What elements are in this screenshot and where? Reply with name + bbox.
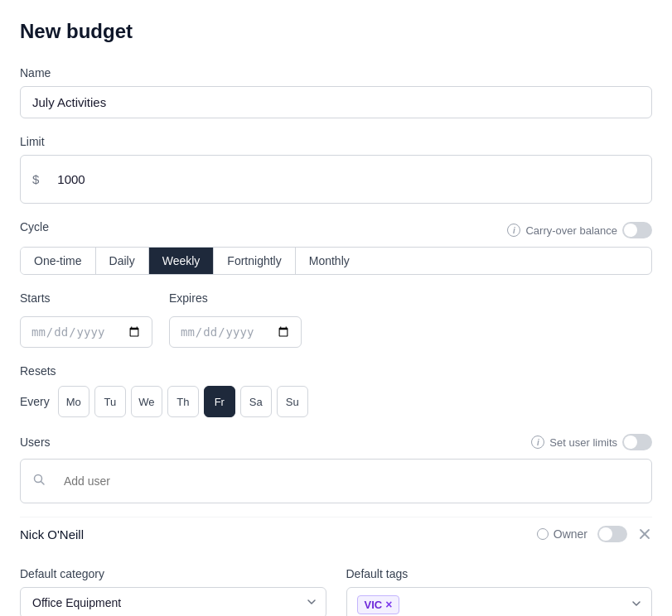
starts-label: Starts [20,291,152,305]
starts-input[interactable] [20,316,152,348]
expires-group: Expires [169,291,302,348]
name-label: Name [20,66,652,79]
day-btn-su[interactable]: Su [277,386,308,417]
user-name: Nick O'Neill [20,527,84,541]
day-btn-tu[interactable]: Tu [94,386,126,417]
limit-label: Limit [20,135,652,148]
day-btn-sa[interactable]: Sa [240,386,272,417]
owner-text: Owner [554,527,587,541]
set-user-limits-toggle[interactable] [622,434,652,450]
users-section: Users i Set user limits Nick O'Neill Own… [20,434,652,551]
currency-symbol: $ [32,172,39,186]
default-tags-group: Default tags VIC × [346,567,653,616]
tag-vic-text: VIC [365,599,383,611]
starts-group: Starts [20,291,152,348]
user-row: Nick O'Neill Owner [20,517,652,551]
limit-section: Limit $ [20,135,652,204]
expires-label: Expires [169,291,302,305]
cycle-btn-daily[interactable]: Daily [96,248,149,274]
limit-input[interactable] [46,164,640,195]
tags-wrapper[interactable]: VIC × [346,587,653,616]
day-btn-fr[interactable]: Fr [204,386,235,417]
default-category-select[interactable]: Office Equipment Travel Food & Drink Tec… [20,587,326,616]
cycle-section: Cycle i Carry-over balance One-time Dail… [20,220,652,275]
owner-radio[interactable] [537,528,549,540]
user-right: Owner [537,526,652,542]
every-label: Every [20,395,50,408]
user-search-wrapper[interactable] [20,459,652,503]
carry-over-toggle[interactable] [622,222,652,238]
owner-label-row: Owner [537,527,587,541]
resets-section: Resets Every Mo Tu We Th Fr Sa Su [20,364,652,417]
days-row: Every Mo Tu We Th Fr Sa Su [20,386,652,417]
cycle-buttons: One-time Daily Weekly Fortnightly Monthl… [20,247,652,275]
cycle-btn-monthly[interactable]: Monthly [296,248,363,274]
users-label: Users [20,436,51,449]
search-icon [32,473,46,489]
bottom-row: Default category Office Equipment Travel… [20,567,652,616]
carry-over-info-icon: i [507,224,520,237]
user-search-input[interactable] [52,466,640,496]
cycle-header-row: Cycle i Carry-over balance [20,220,652,240]
carry-over-label: Carry-over balance [525,224,617,237]
set-user-limits-row: i Set user limits [531,434,652,450]
cycle-btn-weekly[interactable]: Weekly [149,248,215,274]
limit-wrapper: $ [20,155,652,204]
expires-input[interactable] [169,316,302,348]
tag-vic: VIC × [357,595,400,614]
set-user-limits-info-icon: i [531,436,544,449]
resets-label: Resets [20,364,652,378]
carry-over-row: i Carry-over balance [507,222,652,238]
page-title: New budget [20,20,652,43]
day-btn-we[interactable]: We [131,386,162,417]
dates-row: Starts Expires [20,291,652,348]
name-input[interactable] [20,86,652,118]
default-tags-label: Default tags [346,567,653,580]
day-btn-mo[interactable]: Mo [58,386,89,417]
cycle-btn-fortnightly[interactable]: Fortnightly [214,248,295,274]
tags-dropdown-arrow-icon[interactable] [631,597,641,612]
tag-vic-remove[interactable]: × [385,599,392,610]
set-user-limits-label: Set user limits [549,436,617,449]
cycle-label: Cycle [20,220,49,233]
default-category-group: Default category Office Equipment Travel… [20,567,326,616]
name-section: Name [20,66,652,118]
remove-user-button[interactable] [637,527,652,541]
svg-line-1 [41,482,45,485]
owner-toggle[interactable] [597,526,627,542]
users-header: Users i Set user limits [20,434,652,450]
day-btn-th[interactable]: Th [167,386,199,417]
cycle-btn-one-time[interactable]: One-time [21,248,96,274]
default-category-select-wrapper: Office Equipment Travel Food & Drink Tec… [20,587,326,616]
default-category-label: Default category [20,567,326,580]
